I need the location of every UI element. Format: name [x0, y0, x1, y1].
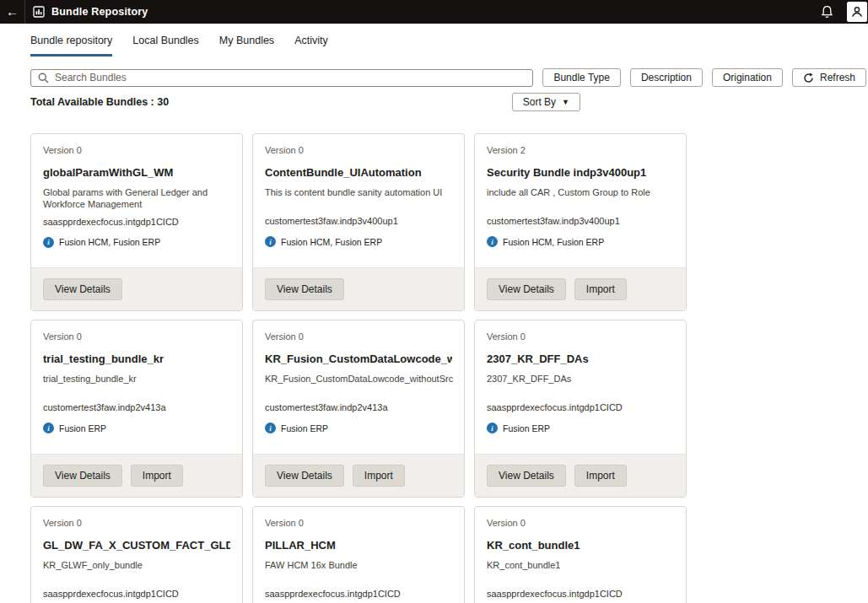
view-details-button[interactable]: View Details — [43, 465, 122, 487]
view-details-button[interactable]: View Details — [487, 465, 566, 487]
bundle-card-body: Version 0 globalParamWithGL_WM Global pa… — [31, 134, 242, 267]
import-button[interactable]: Import — [574, 465, 627, 487]
bundle-version: Version 0 — [43, 518, 230, 528]
user-avatar[interactable] — [847, 2, 867, 22]
bundle-card: Version 0 globalParamWithGL_WM Global pa… — [30, 133, 243, 311]
bundle-source: customertest3faw.indp3v400up1 — [265, 216, 452, 226]
bundle-version: Version 0 — [265, 331, 452, 342]
info-icon: i — [265, 236, 276, 247]
bundle-card-body: Version 0 KR_Fusion_CustomDataLowcode_wi… — [253, 320, 464, 454]
tab-bundle-repository[interactable]: Bundle repository — [30, 35, 112, 57]
description-button[interactable]: Description — [630, 68, 703, 87]
import-button[interactable]: Import — [131, 465, 183, 487]
bundle-card: Version 2 Security Bundle indp3v400up1 i… — [474, 133, 687, 311]
origination-button[interactable]: Origination — [712, 68, 783, 87]
bundle-description: trial_testing_bundle_kr — [43, 373, 230, 396]
bundle-apps-text: Fusion ERP — [503, 423, 550, 433]
bundle-version: Version 0 — [265, 518, 452, 528]
bundle-card-footer: View DetailsImport — [31, 454, 242, 497]
bundle-description: KR_cont_bundle1 — [487, 559, 674, 583]
view-details-button[interactable]: View Details — [265, 278, 344, 300]
tab-activity[interactable]: Activity — [294, 35, 328, 57]
bundle-title: ContentBundle_UIAutomation — [265, 166, 452, 179]
chevron-down-icon: ▼ — [562, 98, 569, 106]
bundle-type-button[interactable]: Bundle Type — [542, 68, 621, 87]
bundle-apps-text: Fusion ERP — [59, 423, 106, 433]
bundle-card-body: Version 0 trial_testing_bundle_kr trial_… — [31, 320, 242, 454]
page-title: Bundle Repository — [51, 6, 148, 18]
bundle-card: Version 0 KR_Fusion_CustomDataLowcode_wi… — [252, 320, 465, 498]
bundle-title: globalParamWithGL_WM — [43, 166, 230, 179]
bundle-card-footer: View DetailsImport — [253, 454, 464, 497]
bundle-apps: i Fusion ERP — [265, 423, 452, 433]
bundle-card: Version 0 KR_cont_bundle1 KR_cont_bundle… — [474, 506, 687, 603]
bundle-title: GL_DW_FA_X_CUSTOM_FACT_GLDET... — [43, 539, 230, 552]
back-button[interactable]: ← — [0, 0, 25, 24]
bundle-card-body: Version 0 KR_cont_bundle1 KR_cont_bundle… — [475, 507, 686, 603]
refresh-icon — [803, 73, 814, 83]
bundle-description: This is content bundle sanity automation… — [265, 186, 452, 210]
tab-local-bundles[interactable]: Local Bundles — [132, 35, 199, 57]
view-details-button[interactable]: View Details — [487, 278, 566, 300]
total-available-bundles: Total Available Bundles : 30 — [30, 96, 169, 108]
view-details-button[interactable]: View Details — [265, 465, 344, 487]
bundle-card-body: Version 0 ContentBundle_UIAutomation Thi… — [253, 134, 464, 267]
import-button[interactable]: Import — [574, 278, 627, 300]
bundle-apps-text: Fusion ERP — [281, 423, 328, 433]
info-icon: i — [43, 237, 54, 248]
bundle-apps: i Fusion HCM, Fusion ERP — [265, 236, 452, 247]
bundle-description: Global params with General Ledger and Wo… — [43, 186, 230, 211]
top-bar: ← Bundle Repository — [0, 0, 868, 24]
bundle-card-body: Version 2 Security Bundle indp3v400up1 i… — [475, 134, 686, 267]
tab-my-bundles[interactable]: My Bundles — [219, 35, 274, 57]
bundle-card-footer: View Details — [31, 267, 242, 310]
info-icon: i — [487, 423, 498, 433]
tab-bar: Bundle repository Local Bundles My Bundl… — [0, 24, 868, 57]
bundle-card-footer: View DetailsImport — [475, 454, 686, 497]
search-input[interactable] — [55, 72, 526, 83]
bundle-card: Version 0 ContentBundle_UIAutomation Thi… — [252, 133, 465, 311]
bundle-source: saaspprdexecfocus.intgdp1CICD — [43, 589, 230, 599]
bundle-title: PILLAR_HCM — [265, 539, 452, 552]
info-icon: i — [43, 423, 54, 433]
search-icon — [38, 73, 49, 83]
bundle-card-body: Version 0 2307_KR_DFF_DAs 2307_KR_DFF_DA… — [475, 320, 686, 454]
import-button[interactable]: Import — [353, 465, 405, 487]
toolbar: Bundle Type Description Origination Refr… — [30, 68, 866, 87]
notifications-bell-icon[interactable] — [821, 5, 833, 19]
bundle-card-body: Version 0 PILLAR_HCM FAW HCM 16x Bundle … — [253, 507, 464, 603]
bundle-title: Security Bundle indp3v400up1 — [487, 166, 674, 179]
refresh-label: Refresh — [820, 72, 855, 83]
bundle-description: 2307_KR_DFF_DAs — [487, 373, 674, 396]
bundle-version: Version 0 — [265, 145, 452, 155]
bundle-card: Version 0 2307_KR_DFF_DAs 2307_KR_DFF_DA… — [474, 320, 687, 498]
sort-by-dropdown[interactable]: Sort By ▼ — [512, 93, 580, 111]
bundle-version: Version 0 — [487, 331, 674, 342]
bundle-version: Version 0 — [487, 518, 674, 528]
bundle-description: include all CAR , Custom Group to Role — [487, 186, 674, 210]
bundle-source: customertest3faw.indp2v413a — [43, 402, 230, 412]
bundle-card: Version 0 trial_testing_bundle_kr trial_… — [30, 320, 243, 498]
info-icon: i — [265, 423, 276, 433]
bundle-version: Version 0 — [43, 145, 230, 155]
bundle-apps: i Fusion ERP — [487, 423, 674, 433]
bundle-title: KR_cont_bundle1 — [487, 539, 674, 552]
bundle-source: saaspprdexecfocus.intgdp1CICD — [487, 589, 674, 599]
bundle-card-footer: View DetailsImport — [475, 267, 686, 310]
bundle-title: trial_testing_bundle_kr — [43, 353, 230, 365]
bundle-card: Version 0 PILLAR_HCM FAW HCM 16x Bundle … — [252, 506, 465, 603]
view-details-button[interactable]: View Details — [43, 278, 122, 300]
bundle-apps-text: Fusion HCM, Fusion ERP — [281, 237, 382, 247]
summary-row: Total Available Bundles : 30 Sort By ▼ — [30, 93, 868, 111]
bundle-source: saaspprdexecfocus.intgdp1CICD — [487, 402, 674, 412]
bundle-version: Version 2 — [487, 145, 674, 155]
bundle-title: KR_Fusion_CustomDataLowcode_wit... — [265, 353, 452, 365]
bundle-card: Version 0 GL_DW_FA_X_CUSTOM_FACT_GLDET..… — [30, 506, 243, 603]
bundle-apps-text: Fusion HCM, Fusion ERP — [59, 237, 160, 247]
bundle-apps: i Fusion HCM, Fusion ERP — [43, 237, 230, 248]
bundle-version: Version 0 — [43, 331, 230, 342]
bundle-app-icon — [33, 6, 45, 18]
refresh-button[interactable]: Refresh — [792, 68, 866, 87]
bundle-title: 2307_KR_DFF_DAs — [487, 353, 674, 365]
bundle-apps-text: Fusion HCM, Fusion ERP — [503, 237, 604, 247]
